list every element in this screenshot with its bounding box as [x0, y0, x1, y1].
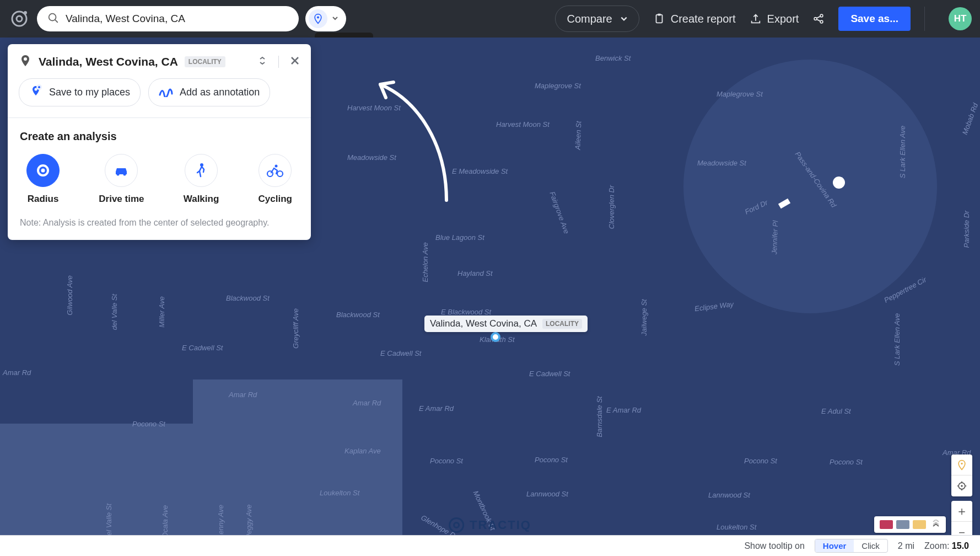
chevron-down-icon: [620, 15, 628, 23]
analysis-label: Walking: [184, 194, 219, 205]
tractiq-watermark: TRACTIQ: [449, 517, 531, 533]
road-label: Fairgrove Ave: [548, 190, 571, 234]
road-label: Pocono St: [430, 457, 463, 465]
pin-icon: [309, 9, 327, 28]
save-to-places-button[interactable]: Save to my places: [19, 78, 141, 106]
road-label: Jennifer Pl: [770, 221, 779, 255]
panel-title: Valinda, West Covina, CA: [39, 55, 178, 68]
legend[interactable]: [874, 516, 946, 533]
share-button[interactable]: [812, 13, 825, 25]
road-label: Parkside Dr: [962, 211, 971, 248]
road-label: Peggy Ave: [245, 504, 253, 538]
svg-point-26: [961, 485, 962, 487]
road-label: Miller Ave: [158, 296, 166, 327]
road-label: Amar Rd: [229, 391, 257, 399]
create-report-label: Create report: [671, 13, 736, 25]
zoom-in-button[interactable]: ＋: [951, 501, 972, 522]
road-label: Blue Lagoon St: [435, 233, 484, 242]
collapse-icon[interactable]: [257, 56, 267, 68]
save-label: Save as...: [850, 13, 898, 25]
legend-swatch: [880, 520, 893, 529]
road-label: del Valle St: [105, 504, 113, 539]
divider: [278, 56, 279, 68]
tooltip-mode-label: Show tooltip on: [744, 541, 804, 551]
cycling-icon: [259, 154, 292, 187]
selected-location-marker: [491, 332, 500, 342]
road-label: Pocono St: [132, 420, 165, 428]
road-label: E Amar Rd: [419, 404, 454, 413]
road-label: Barnsdale St: [595, 396, 604, 437]
road-label: Ocala Ave: [161, 505, 169, 538]
save-as-button[interactable]: Save as...: [838, 7, 911, 31]
analysis-option-radius[interactable]: Radius: [26, 154, 60, 205]
road-label: Peppertree Cir: [882, 275, 928, 304]
panel-actions: Save to my places Add as annotation: [8, 75, 311, 118]
search-input[interactable]: [66, 13, 289, 25]
road-label: Pocono St: [535, 456, 568, 464]
road-label: Meadowside St: [347, 153, 396, 162]
road-label: Echelon Ave: [421, 242, 429, 282]
road-label: Maplegrove St: [717, 90, 763, 98]
panel-badge: LOCALITY: [185, 56, 225, 67]
road-label: Pass-and-Covina Rd: [793, 150, 838, 209]
export-button[interactable]: Export: [750, 13, 799, 25]
road-label: Hayland St: [457, 269, 493, 277]
tooltip-hover-button[interactable]: Hover: [815, 539, 854, 552]
analysis-title: Create an analysis: [20, 130, 299, 143]
my-location-button[interactable]: [951, 455, 972, 475]
chevron-up-icon: [931, 520, 940, 530]
user-avatar[interactable]: HT: [949, 7, 972, 30]
create-report-button[interactable]: Create report: [653, 13, 736, 25]
add-annotation-button[interactable]: Add as annotation: [148, 78, 270, 106]
analysis-option-cycling[interactable]: Cycling: [259, 154, 292, 205]
road-label: Loukelton St: [320, 489, 359, 497]
svg-line-12: [817, 19, 821, 22]
road-label: Cloverglen Dr: [607, 185, 616, 229]
road-label: Harvest Moon St: [496, 120, 550, 129]
road-label: Loukelton St: [717, 523, 756, 531]
road-label: Aileen St: [574, 121, 583, 150]
selected-location-label[interactable]: Valinda, West Covina, CA LOCALITY: [424, 316, 588, 332]
scale-label: 2 mi: [898, 541, 914, 551]
road-label: S Lark Ellen Ave: [893, 313, 901, 366]
locate-button[interactable]: [951, 475, 972, 496]
save-to-places-label: Save to my places: [49, 87, 130, 98]
road-label: Kaplan Ave: [344, 447, 381, 455]
analysis-option-walking[interactable]: Walking: [184, 154, 219, 205]
map-point-marker: [833, 177, 845, 189]
tooltip-click-button[interactable]: Click: [854, 539, 887, 552]
drop-pin-dropdown[interactable]: [305, 6, 346, 31]
status-bar: Show tooltip on Hover Click 2 mi Zoom: 1…: [0, 535, 980, 556]
road-label: Lannwood St: [526, 490, 568, 498]
svg-point-23: [275, 165, 278, 168]
road-label: Mobab Rd: [961, 102, 980, 136]
panel-header: Valinda, West Covina, CA LOCALITY: [8, 44, 311, 75]
avatar-initials: HT: [954, 13, 967, 24]
app-logo[interactable]: [8, 8, 30, 30]
svg-point-1: [17, 16, 22, 22]
legend-swatch: [913, 520, 926, 529]
svg-point-17: [41, 169, 45, 173]
svg-point-13: [24, 57, 27, 61]
close-icon[interactable]: [290, 56, 300, 68]
road-label: Amar Rd: [3, 368, 31, 377]
compare-button[interactable]: Compare: [555, 6, 639, 32]
svg-rect-6: [656, 15, 662, 23]
road-label: Blackwood St: [336, 311, 380, 319]
location-panel: Valinda, West Covina, CA LOCALITY Save t…: [8, 44, 311, 240]
car-icon: [105, 154, 138, 187]
analysis-section: Create an analysis Radius Drive time Wal…: [8, 118, 311, 218]
add-annotation-label: Add as annotation: [180, 87, 260, 98]
analysis-label: Radius: [28, 194, 59, 205]
road-label: E Meadowside St: [452, 167, 508, 175]
walking-icon: [185, 154, 218, 187]
road-label: Meadowside St: [697, 159, 746, 167]
share-icon: [812, 13, 825, 25]
road-label: Ford Dr: [744, 198, 769, 216]
road-label: S Lark Ellen Ave: [898, 126, 907, 178]
analysis-option-drive[interactable]: Drive time: [99, 154, 144, 205]
road-label: Lannwood St: [708, 491, 750, 499]
legend-swatch: [896, 520, 909, 529]
road-label: Benwick St: [595, 54, 631, 62]
selected-location-name: Valinda, West Covina, CA: [430, 318, 537, 329]
